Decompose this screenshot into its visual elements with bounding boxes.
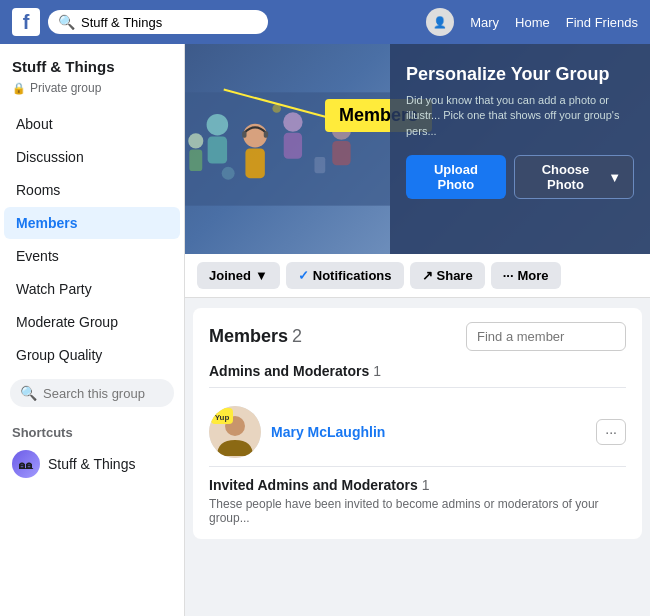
- table-row: Yup Mary McLaughlin ···: [209, 398, 626, 467]
- facebook-logo: f: [12, 8, 40, 36]
- shortcut-icon: 🏘: [12, 450, 40, 478]
- svg-rect-15: [314, 157, 325, 173]
- sidebar-item-discussion[interactable]: Discussion: [4, 141, 180, 173]
- share-button[interactable]: ↗ Share: [410, 262, 485, 289]
- sidebar-item-moderate-group[interactable]: Moderate Group: [4, 306, 180, 338]
- member-avatar-svg: Yup: [209, 406, 261, 458]
- svg-rect-10: [189, 150, 202, 172]
- admins-section-label: Admins and Moderators 1: [209, 363, 626, 388]
- members-count: 2: [292, 326, 302, 346]
- invited-section: Invited Admins and Moderators 1 These pe…: [209, 477, 626, 525]
- chevron-down-icon: ▼: [608, 170, 621, 185]
- member-name[interactable]: Mary McLaughlin: [271, 424, 596, 440]
- members-title: Members: [209, 326, 288, 346]
- svg-point-7: [283, 112, 302, 131]
- nav-search-input[interactable]: [81, 15, 258, 30]
- nav-right-section: 👤 Mary Home Find Friends: [426, 8, 638, 36]
- chevron-down-icon: ▼: [255, 268, 268, 283]
- more-button[interactable]: ··· More: [491, 262, 561, 289]
- top-navigation: f 🔍 👤 Mary Home Find Friends: [0, 0, 650, 44]
- cover-area: Members Personalize Your Group Did you k…: [185, 44, 650, 254]
- shortcut-label: Stuff & Things: [48, 456, 135, 472]
- notifications-button[interactable]: ✓ Notifications: [286, 262, 404, 289]
- lock-icon: 🔒: [12, 82, 26, 95]
- svg-rect-2: [208, 137, 227, 164]
- choose-photo-button[interactable]: Choose Photo ▼: [514, 155, 634, 199]
- svg-rect-12: [332, 141, 350, 165]
- sidebar-item-members[interactable]: Members: [4, 207, 180, 239]
- nav-home-link[interactable]: Home: [515, 15, 550, 30]
- cover-buttons: Upload Photo Choose Photo ▼: [406, 155, 634, 199]
- svg-point-14: [222, 167, 235, 180]
- search-icon: 🔍: [20, 385, 37, 401]
- members-section: Members 2 Admins and Moderators 1: [193, 308, 642, 539]
- svg-rect-8: [284, 133, 302, 159]
- members-header: Members 2: [209, 322, 626, 351]
- upload-photo-button[interactable]: Upload Photo: [406, 155, 506, 199]
- sidebar-search-input[interactable]: [43, 386, 164, 401]
- cover-title: Personalize Your Group: [406, 64, 609, 85]
- svg-point-1: [207, 114, 229, 136]
- cover-description: Did you know that you can add a photo or…: [406, 93, 634, 139]
- sidebar-item-group-quality[interactable]: Group Quality: [4, 339, 180, 371]
- avatar: 👤: [426, 8, 454, 36]
- sidebar-search[interactable]: 🔍: [10, 379, 174, 407]
- group-privacy: 🔒 Private group: [0, 79, 184, 107]
- sidebar-item-about[interactable]: About: [4, 108, 180, 140]
- nav-find-friends-link[interactable]: Find Friends: [566, 15, 638, 30]
- members-title-group: Members 2: [209, 326, 302, 347]
- shortcut-item[interactable]: 🏘 Stuff & Things: [0, 444, 184, 484]
- cover-illustration: [185, 44, 390, 254]
- sidebar-item-events[interactable]: Events: [4, 240, 180, 272]
- shortcuts-label: Shortcuts: [0, 415, 184, 444]
- svg-text:Yup: Yup: [215, 413, 230, 422]
- search-icon: 🔍: [58, 14, 75, 30]
- action-bar: Joined ▼ ✓ Notifications ↗ Share ··· Mor…: [185, 254, 650, 298]
- nav-search-box[interactable]: 🔍: [48, 10, 268, 34]
- cover-svg: [185, 44, 390, 254]
- main-content: Members Personalize Your Group Did you k…: [185, 44, 650, 616]
- more-dots-icon: ···: [503, 268, 514, 283]
- member-menu-button[interactable]: ···: [596, 419, 626, 445]
- check-icon: ✓: [298, 268, 309, 283]
- svg-rect-6: [264, 131, 268, 137]
- invited-label: Invited Admins and Moderators 1: [209, 477, 626, 493]
- invited-description: These people have been invited to become…: [209, 497, 626, 525]
- find-member-input[interactable]: [466, 322, 626, 351]
- sidebar: Stuff & Things 🔒 Private group About Dis…: [0, 44, 185, 616]
- group-name: Stuff & Things: [0, 44, 184, 79]
- sidebar-nav: About Discussion Rooms Members Events Wa…: [0, 108, 184, 371]
- svg-point-9: [188, 133, 203, 148]
- avatar-face: 👤: [433, 16, 447, 29]
- sidebar-item-rooms[interactable]: Rooms: [4, 174, 180, 206]
- cover-right-panel: Personalize Your Group Did you know that…: [390, 44, 650, 254]
- svg-rect-5: [242, 131, 246, 137]
- avatar: Yup: [209, 406, 261, 458]
- joined-button[interactable]: Joined ▼: [197, 262, 280, 289]
- nav-user-name[interactable]: Mary: [470, 15, 499, 30]
- sidebar-item-watch-party[interactable]: Watch Party: [4, 273, 180, 305]
- svg-rect-4: [245, 148, 264, 178]
- main-layout: Stuff & Things 🔒 Private group About Dis…: [0, 44, 650, 616]
- share-icon: ↗: [422, 268, 433, 283]
